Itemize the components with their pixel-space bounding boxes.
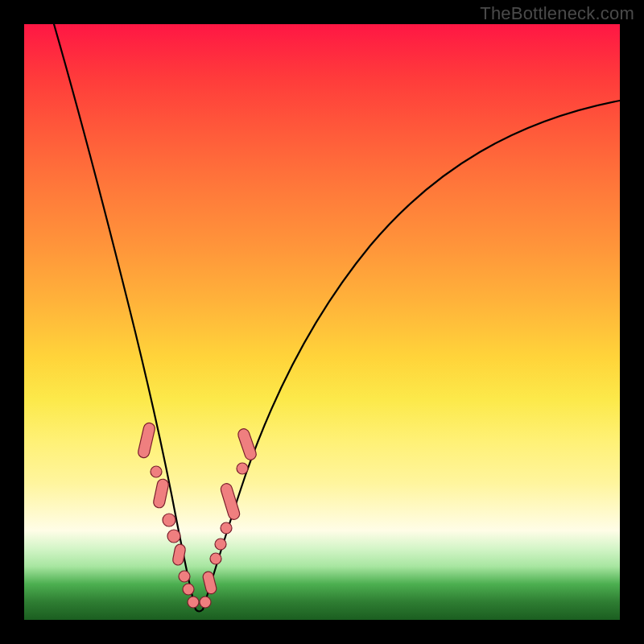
- marker-left-6: [172, 543, 187, 566]
- watermark-text: TheBottleneck.com: [480, 3, 634, 24]
- marker-left-7: [179, 571, 190, 582]
- curve-valley: [196, 609, 203, 612]
- marker-left-3: [152, 478, 169, 509]
- marker-right-1: [200, 597, 211, 608]
- marker-left-8: [183, 584, 194, 595]
- marker-right-8: [237, 427, 258, 461]
- curve-right-branch: [203, 101, 620, 609]
- bottleneck-curve: [24, 24, 620, 620]
- marker-right-6: [220, 482, 242, 521]
- marker-right-3: [210, 553, 221, 564]
- marker-right-7: [237, 463, 248, 474]
- marker-left-5: [167, 530, 180, 543]
- markers-group: [137, 422, 258, 608]
- chart-frame: TheBottleneck.com: [0, 0, 644, 644]
- marker-left-4: [163, 514, 175, 526]
- plot-area: [24, 24, 620, 620]
- marker-left-9: [188, 597, 199, 608]
- marker-left-2: [151, 466, 162, 477]
- marker-left-1: [137, 422, 156, 459]
- marker-right-2: [202, 571, 217, 595]
- marker-right-5: [221, 522, 232, 534]
- marker-right-4: [215, 539, 226, 550]
